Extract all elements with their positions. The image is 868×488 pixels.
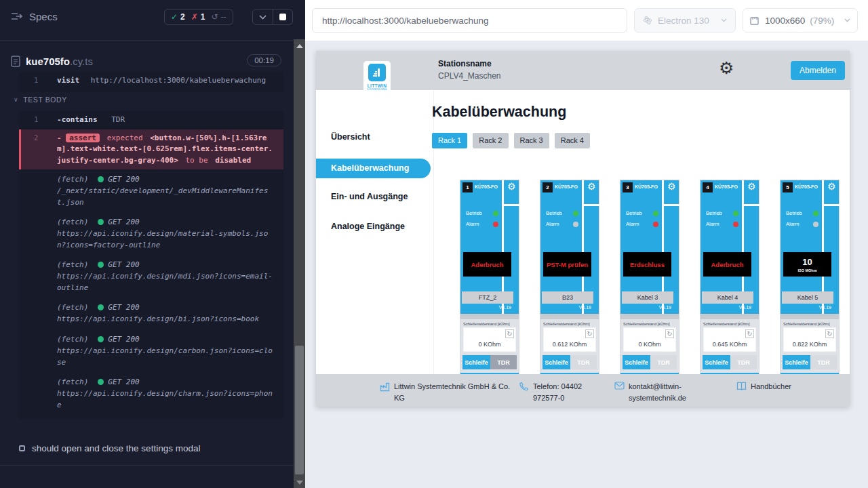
firmware-version: V4.19 (819, 305, 831, 310)
tab-rack-2[interactable]: Rack 2 (473, 133, 508, 148)
resistance-value: 0 KOhm (464, 341, 515, 348)
lcd-display: PST-M prüfen (543, 252, 591, 277)
refresh-icon[interactable]: ↻ (825, 329, 834, 338)
fetch-log-entry[interactable]: (fetch) GET 200 https://api.iconify.desi… (19, 298, 283, 329)
command-prefix: - (57, 115, 62, 124)
stat-passed: ✓ 2 (171, 12, 185, 22)
email-address: kontakt@littwin-systemtechnik.de (629, 381, 709, 403)
schleife-button[interactable]: Schleife (542, 355, 570, 369)
sidebar-item-analoge-eingaenge[interactable]: Analoge Eingänge (316, 222, 434, 231)
tab-rack-3[interactable]: Rack 3 (514, 133, 549, 148)
url-input[interactable] (312, 8, 627, 33)
alarm-label: Alarm (706, 221, 719, 227)
refresh-icon[interactable]: ↻ (585, 329, 594, 338)
cable-name: Kabel 4 (702, 291, 753, 304)
pending-test-row[interactable]: should open and close the settings modal (19, 443, 200, 453)
cable-name: Kabel 5 (782, 291, 833, 304)
pending-test-icon (19, 445, 25, 451)
logout-button[interactable]: Abmelden (791, 61, 845, 80)
tdr-button[interactable]: TDR (650, 355, 677, 369)
card-settings-gear-icon[interactable]: ⚙ (507, 182, 516, 191)
refresh-icon[interactable]: ↻ (665, 329, 674, 338)
betrieb-led (573, 211, 578, 216)
spec-file-row[interactable]: kue705fo.cy.ts (11, 53, 282, 69)
stop-button[interactable] (273, 9, 293, 24)
alarm-label: Alarm (626, 221, 639, 227)
pending-test-title: should open and close the settings modal (32, 443, 200, 453)
tdr-button[interactable]: TDR (730, 355, 757, 369)
failed-count: 1 (201, 12, 205, 22)
test-stats[interactable]: ✓ 2 ✗ 1 ↺ -- (164, 9, 233, 25)
tab-rack-4[interactable]: Rack 4 (555, 133, 590, 148)
refresh-icon[interactable]: ↻ (745, 329, 754, 338)
schleife-button[interactable]: Schleife (462, 355, 490, 369)
collapse-button[interactable] (253, 9, 273, 24)
lcd-display: Aderbruch (703, 252, 751, 277)
specs-toggle-icon[interactable] (11, 12, 22, 21)
firmware-version: V4.19 (659, 305, 671, 310)
station-label: Stationsname (438, 59, 492, 68)
contains-command-row[interactable]: 1 -contains TDR (19, 111, 283, 129)
refresh-icon[interactable]: ↻ (505, 329, 514, 338)
manuals-label: Handbücher (751, 381, 791, 392)
betrieb-led (813, 211, 818, 216)
tdr-button[interactable]: TDR (810, 355, 837, 369)
lcd-display: Aderbruch (463, 252, 511, 277)
test-body-section-header[interactable]: ∨ TEST BODY (14, 96, 67, 104)
browser-select[interactable]: Electron 130 (634, 8, 736, 33)
tdr-button[interactable]: TDR (570, 355, 597, 369)
resistance-label: Schleifenwiderstand [kOhm] (463, 322, 516, 326)
scrollbar-thumb[interactable] (295, 346, 304, 474)
alarm-label: Alarm (466, 221, 479, 227)
failed-assert-row[interactable]: 2 - assert expected <button.w-[50%].h-[1… (19, 129, 283, 170)
rack-tabs: Rack 1 Rack 2 Rack 3 Rack 4 (432, 133, 590, 148)
device-card-4: 4 KÜ705-FO ⚙ Betrieb Alarm Aderbruch Kab… (700, 180, 760, 374)
card-settings-gear-icon[interactable]: ⚙ (827, 182, 836, 191)
chevron-down-icon (844, 18, 850, 22)
resistance-value-box: ↻ 0.822 KOhm (783, 327, 836, 352)
fetch-log-entry[interactable]: (fetch) GET 200 https://api.iconify.desi… (19, 329, 283, 372)
settings-gear-icon[interactable]: ⚙ (719, 60, 734, 77)
schleife-button[interactable]: Schleife (703, 355, 730, 369)
viewport-select[interactable]: 1000x660 (79%) (743, 8, 858, 33)
sidebar-item-kabelueberwachung[interactable]: Kabelüberwachung (316, 159, 431, 178)
visit-command-row[interactable]: 1 visit http://localhost:3000/kabelueber… (19, 72, 283, 90)
schleife-button[interactable]: Schleife (623, 355, 650, 369)
card-settings-gear-icon[interactable]: ⚙ (587, 182, 596, 191)
device-card-1: 1 KÜ705-FO ⚙ Betrieb Alarm Aderbruch FTZ… (460, 180, 519, 374)
resistance-label: Schleifenwiderstand [kOhm] (703, 322, 756, 326)
lcd-text: Erdschluss (630, 261, 665, 268)
fetch-log-entry[interactable]: (fetch) GET 200 https://api.iconify.desi… (19, 372, 283, 415)
scroll-down-arrow[interactable] (296, 481, 303, 485)
footer-manuals-link[interactable]: Handbücher (736, 381, 791, 392)
fetch-url: https://api.iconify.design/carbon.json?i… (57, 345, 275, 368)
fetch-method: GET 200 (108, 216, 139, 228)
tdr-button[interactable]: TDR (490, 355, 517, 369)
card-lower-panel: Schleifenwiderstand [kOhm] ↻ 0.645 KOhm … (701, 319, 759, 374)
scroll-up-arrow[interactable] (296, 44, 303, 48)
success-dot-icon (98, 219, 104, 225)
phone-icon (519, 382, 529, 391)
betrieb-led (733, 211, 738, 216)
sidebar-item-uebersicht[interactable]: Übersicht (316, 132, 434, 142)
fetch-label: (fetch) (57, 216, 88, 228)
sidebar-item-ein-und-ausgaenge[interactable]: Ein- und Ausgänge (316, 192, 434, 201)
logo-subtext: SYSTEMTECHNIK (367, 88, 387, 91)
card-settings-gear-icon[interactable]: ⚙ (667, 182, 676, 191)
fetch-log-entry[interactable]: (fetch) GET 200 https://api.iconify.desi… (19, 255, 283, 298)
scrollbar-track[interactable] (294, 39, 305, 488)
schleife-button[interactable]: Schleife (783, 355, 810, 369)
divider (824, 204, 840, 206)
cable-name: B23 (542, 291, 593, 304)
device-model: KÜ705-FO (475, 184, 498, 189)
card-settings-gear-icon[interactable]: ⚙ (747, 182, 756, 191)
fetch-log-entry[interactable]: (fetch) GET 200 /_next/static/developmen… (19, 169, 283, 212)
cypress-reporter-panel: Specs ✓ 2 ✗ 1 ↺ -- (0, 0, 294, 488)
cable-name: FTZ_2 (462, 291, 513, 304)
assert-state: disabled (215, 156, 251, 165)
tab-rack-1[interactable]: Rack 1 (432, 133, 467, 148)
spec-file-icon (11, 56, 20, 67)
footer-email[interactable]: kontakt@littwin-systemtechnik.de (614, 381, 709, 403)
aut-toolbar: Electron 130 1000x660 (79%) (305, 0, 868, 41)
fetch-log-entry[interactable]: (fetch) GET 200 https://api.iconify.desi… (19, 212, 283, 255)
